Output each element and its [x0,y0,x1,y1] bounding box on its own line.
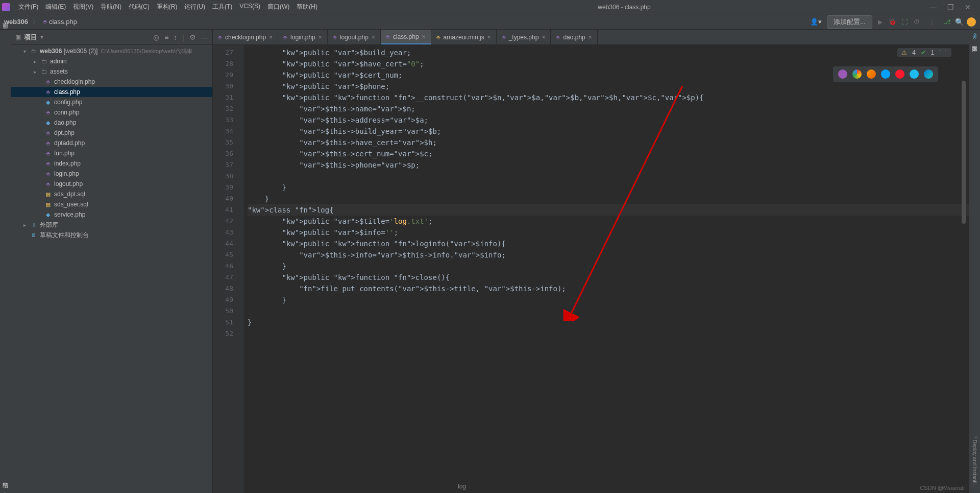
menu-refactor[interactable]: 重构(R) [154,1,181,13]
code-line-50[interactable] [248,306,969,317]
tab-checklogin-php[interactable]: ⬘checklogin.php× [213,30,278,44]
menu-help[interactable]: 帮助(H) [293,1,321,13]
profile-icon[interactable]: ⏱ [912,17,921,27]
code-line-45[interactable]: "var">$this->info="var">$this->info."var… [248,249,969,261]
run-icon[interactable]: ▶ [875,17,885,27]
tab-class-php[interactable]: ⬘class.php× [381,30,431,44]
code-line-42[interactable]: "kw">public "var">$title='log.txt'; [248,216,969,227]
user-icon[interactable]: 👤▾ [808,18,824,26]
hide-icon[interactable]: — [201,33,208,41]
code-line-30[interactable]: "kw">public "var">$phone; [248,81,969,92]
code-line-38[interactable] [248,171,969,182]
close-tab-icon[interactable]: × [422,33,426,40]
tree-folder-assets[interactable]: ▸🗀assets [11,66,212,77]
code-line-44[interactable]: "kw">public "kw">function "fn">loginfo("… [248,238,969,249]
code-area[interactable]: "kw">public "var">$build_year; "kw">publ… [243,45,969,493]
close-tab-icon[interactable]: × [487,34,491,41]
tab-logout-php[interactable]: ⬘logout.php× [328,30,381,44]
nav-arrows-icon[interactable]: ˆ ˇ [940,50,947,56]
tree-file-sds-dpt[interactable]: ▦sds_dpt.sql [11,189,212,199]
breadcrumb-project[interactable]: web306 [4,18,28,26]
tree-scratch[interactable]: 🗎草稿文件和控制台 [11,230,212,240]
chevron-down-icon[interactable]: ▼ [39,34,44,40]
menu-edit[interactable]: 编辑(E) [42,1,69,13]
collapse-icon[interactable]: ↕ [174,33,177,41]
database-icon[interactable]: 🛢 [971,33,978,40]
menu-window[interactable]: 窗口(W) [264,1,292,13]
tree-file-fun[interactable]: ⬘fun.php [11,148,212,158]
close-button[interactable]: ✕ [963,3,973,11]
menu-navigate[interactable]: 导航(N) [97,1,125,13]
close-tab-icon[interactable]: × [542,34,545,41]
tree-file-config[interactable]: ◆config.php [11,97,212,107]
gear-icon[interactable]: ⚙ [189,33,196,41]
tree-file-class[interactable]: ⬘class.php [11,87,212,97]
menu-code[interactable]: 代码(C) [126,1,153,13]
code-line-32[interactable]: "var">$this->name="var">$n; [248,103,969,114]
tree-file-checklogin[interactable]: ⬘checklogin.php [11,77,212,87]
code-line-33[interactable]: "var">$this->address="var">$a; [248,114,969,126]
close-tab-icon[interactable]: × [372,34,375,41]
breadcrumb-file[interactable]: class.php [49,18,77,26]
maximize-button[interactable]: ❐ [945,3,955,11]
minimize-button[interactable]: — [928,3,938,11]
tab-_types-php[interactable]: ⬘_types.php× [497,30,551,44]
opera-icon[interactable] [895,69,904,79]
code-line-51[interactable]: } [248,317,969,328]
avatar[interactable] [967,17,976,27]
menu-view[interactable]: 视图(V) [70,1,96,13]
tree-file-index[interactable]: ⬘index.php [11,158,212,169]
code-line-31[interactable]: "kw">public "kw">function "fn">__constru… [248,92,969,103]
search-icon[interactable]: 🔍 [955,18,964,26]
code-line-52[interactable] [248,328,969,339]
tree-file-logout[interactable]: ⬘logout.php [11,179,212,189]
debug-icon[interactable]: 🐞 [888,17,897,27]
tab-amazeui-min-js[interactable]: ⬘amazeui.min.js× [431,30,497,44]
code-line-40[interactable]: } [248,193,969,204]
code-line-39[interactable]: } [248,182,969,193]
tree-file-conn[interactable]: ⬘conn.php [11,107,212,118]
code-line-34[interactable]: "var">$this->build_year="var">$b; [248,126,969,137]
code-line-37[interactable]: "var">$this->phone="var">$p; [248,159,969,171]
problems-badge[interactable]: ⚠4 ✔1 ˆ ˇ [897,48,951,57]
safari-icon[interactable] [881,69,890,79]
code-line-46[interactable]: } [248,261,969,272]
code-line-36[interactable]: "var">$this->cert_num="var">$c; [248,148,969,159]
code-line-27[interactable]: "kw">public "var">$build_year; [248,47,969,58]
code-line-35[interactable]: "var">$this->have_cert="var">$h; [248,137,969,148]
code-line-43[interactable]: "kw">public "var">$info=''; [248,227,969,238]
browser-icons[interactable] [833,66,938,82]
menu-file[interactable]: 文件(F) [15,1,41,13]
tree-folder-admin[interactable]: ▸🗀admin [11,56,212,66]
edge-icon[interactable] [924,69,933,79]
close-tab-icon[interactable]: × [318,34,322,41]
tree-file-login[interactable]: ⬘login.php [11,169,212,179]
code-line-49[interactable]: } [248,294,969,306]
add-config-button[interactable]: 添加配置... [827,15,872,29]
tree-file-service[interactable]: ◆service.php [11,209,212,220]
editor-crumb[interactable]: log [458,483,466,490]
coverage-icon[interactable]: ⛶ [900,17,909,27]
chrome-icon[interactable] [852,69,862,79]
tree-external-libs[interactable]: ▸⫴外部库 [11,220,212,230]
sidebar-title[interactable]: 项目 [24,33,37,42]
tree-file-dptadd[interactable]: ⬘dptadd.php [11,138,212,148]
git-icon[interactable]: ⎇ [943,17,952,27]
menu-vcs[interactable]: VCS(S) [236,1,263,13]
menu-tools[interactable]: 工具(T) [209,1,235,13]
tree-file-sds-user[interactable]: ▦sds_user.sql [11,199,212,209]
ie-icon[interactable] [910,69,919,79]
tree-file-dao[interactable]: ◆dao.php [11,118,212,128]
code-line-41[interactable]: "kw">class "fn">log{ [248,204,969,216]
code-line-48[interactable]: "fn">file_put_contents("var">$this->titl… [248,283,969,294]
target-icon[interactable]: ◎ [153,33,159,41]
close-tab-icon[interactable]: × [589,34,592,41]
tree-file-dpt[interactable]: ⬘dpt.php [11,128,212,138]
expand-icon[interactable]: ≡ [164,33,168,41]
menu-run[interactable]: 运行(U) [181,1,208,13]
scrollbar[interactable] [961,60,966,493]
code-line-47[interactable]: "kw">public "kw">function "fn">close(){ [248,272,969,283]
tab-dao-php[interactable]: ⬘dao.php× [551,30,597,44]
stripe-deploy[interactable]: * Deploy and Instanti... [972,436,977,493]
tree-root[interactable]: ▾🗀 web306 [web306 (2)] C:\Users\86135\De… [11,46,212,56]
